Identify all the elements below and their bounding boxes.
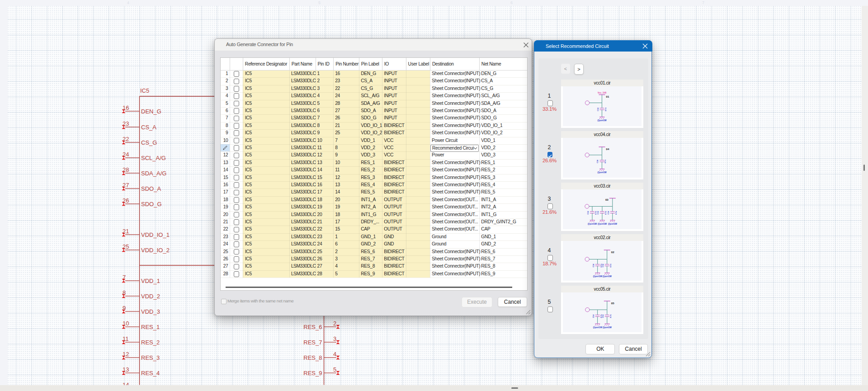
svg-text:SCL_A/G: SCL_A/G [141,155,166,161]
svg-text:SDA_A/G: SDA_A/G [141,170,166,177]
svg-text:@port1W: @port1W [603,326,612,328]
svg-text:02: 02 [611,250,614,253]
svg-text:10: 10 [123,320,129,327]
svg-text:SDO_G: SDO_G [141,201,162,207]
svg-text:RES_9: RES_9 [303,370,322,377]
svg-text:C14: C14 [602,264,604,267]
svg-text:@port1W: @port1W [597,119,607,122]
svg-text:9: 9 [123,305,126,311]
svg-text:@port1W: @port1W [608,222,618,225]
svg-text:2: 2 [333,320,336,327]
svg-text:C14: C14 [597,159,599,163]
svg-text:CS_A: CS_A [141,124,156,131]
svg-text:14: 14 [123,382,129,385]
svg-text:5: 5 [333,366,336,373]
svg-text:CS_G: CS_G [141,139,157,146]
svg-text:@port1W: @port1W [603,275,612,278]
svg-text:12: 12 [123,351,129,358]
svg-text:01: 01 [606,95,609,98]
svg-text:C14: C14 [597,211,599,214]
svg-text:04: 04 [606,147,609,150]
svg-text:C14: C14 [607,211,609,214]
svg-text:4.7u: 4.7u [604,211,607,215]
svg-text:7: 7 [123,274,126,281]
svg-text:25: 25 [123,243,129,250]
svg-text:4.7u: 4.7u [604,159,607,163]
svg-text:VDD_IO_1: VDD_IO_1 [141,231,170,238]
svg-text:8: 8 [123,289,126,296]
svg-text:VDD_2: VDD_2 [141,293,160,300]
svg-text:VDD_3: VDD_3 [141,308,160,315]
svg-text:DEN_G: DEN_G [141,108,161,115]
svg-text:C14: C14 [592,264,594,267]
svg-text:21: 21 [123,228,129,235]
svg-text:@port1W: @port1W [593,326,602,328]
svg-text:RES_3: RES_3 [141,354,160,361]
svg-text:RES_7: RES_7 [303,339,322,346]
svg-text:13: 13 [123,366,129,373]
svg-text:IC5: IC5 [140,87,149,94]
svg-text:SDO_A: SDO_A [141,185,161,192]
svg-text:4.7u: 4.7u [609,314,612,318]
svg-text:RES_4: RES_4 [141,370,160,377]
svg-text:RES_1: RES_1 [141,324,160,330]
svg-text:C14: C14 [602,314,604,318]
svg-text:VDD_1: VDD_1 [141,278,160,284]
svg-text:3: 3 [333,335,336,342]
svg-text:4.7u: 4.7u [609,263,612,267]
svg-text:03: 03 [605,198,609,201]
svg-text:23: 23 [123,120,129,127]
svg-text:Vcc_1V8: Vcc_1V8 [598,92,606,94]
svg-text:RES_6: RES_6 [303,324,322,330]
svg-text:RES_2: RES_2 [141,339,160,346]
svg-text:26: 26 [123,197,129,204]
svg-text:4.7u: 4.7u [604,107,607,111]
svg-text:28: 28 [123,166,129,173]
svg-text:@port1W: @port1W [593,275,603,278]
svg-text:4: 4 [333,351,336,358]
svg-text:16: 16 [123,104,129,111]
svg-text:11: 11 [123,335,129,342]
svg-text:24: 24 [123,151,129,158]
svg-text:@port1W: @port1W [597,171,607,174]
svg-text:22: 22 [123,136,129,142]
svg-text:27: 27 [123,182,129,188]
svg-text:05: 05 [611,301,614,304]
svg-text:C14: C14 [587,211,589,214]
svg-text:@port1W: @port1W [598,222,607,225]
svg-text:C14: C14 [597,107,599,111]
svg-text:4.7u: 4.7u [615,211,617,215]
svg-text:C14: C14 [592,314,594,318]
svg-text:VDD_IO_2: VDD_IO_2 [141,247,170,254]
svg-text:@port1W: @port1W [588,222,597,225]
svg-text:RES_8: RES_8 [303,354,322,361]
